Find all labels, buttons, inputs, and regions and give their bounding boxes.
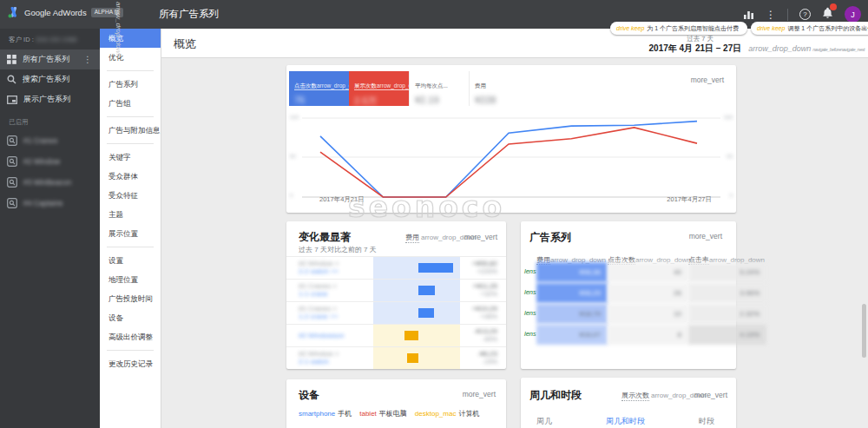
nav-item-ad-schedule[interactable]: 广告投放时间 xyxy=(100,289,161,308)
menu-collapse-icon[interactable]: arrow_drop_down xyxy=(115,2,122,57)
mover-row[interactable]: #1 Cranes >1-1 crane +¥11,25+32% xyxy=(286,279,506,301)
tab-day[interactable]: 周几 xyxy=(536,416,552,427)
sidebar-campaign[interactable]: #3 WinBeacon xyxy=(0,172,100,193)
more-vert-icon[interactable]: more_vert xyxy=(694,391,727,399)
nav-item-advanced-bid-adj[interactable]: 高级出价调整 xyxy=(100,327,161,346)
mover-pct: -40% xyxy=(456,335,497,343)
metric-box-clicks[interactable]: 点击次数arrow_drop_down 76 xyxy=(289,71,349,106)
arrow-drop-down-icon[interactable]: arrow_drop_down xyxy=(748,44,811,53)
chip-device-bids[interactable]: drive keep 调整 1 个广告系列中的设备出价 CL xyxy=(751,22,868,35)
mover-row[interactable]: #2 Window >2-2 watch ++ +¥55,82+220% xyxy=(286,256,506,279)
mover-value: +¥10,29 xyxy=(456,305,497,313)
smartphone-icon: smartphone xyxy=(299,410,335,418)
mover-value: -¥6,23 xyxy=(456,350,497,358)
tab-day-hour[interactable]: 周几和时段 xyxy=(606,416,645,427)
ctr-cell: 4.19% xyxy=(688,325,766,345)
more-vert-icon[interactable]: more_vert xyxy=(464,233,497,241)
help-icon[interactable]: ? xyxy=(799,9,811,20)
nav-item-settings[interactable]: 设置 xyxy=(100,251,161,270)
sidebar-campaign[interactable]: #4 Captains xyxy=(0,193,100,214)
nav-item-change-history[interactable]: 更改历史记录 xyxy=(100,354,161,373)
nav-item-locations[interactable]: 地理位置 xyxy=(100,270,161,289)
card-title: 设备 xyxy=(299,388,319,403)
reports-icon[interactable] xyxy=(743,10,754,20)
legend-label: 手机 xyxy=(338,410,352,418)
table-header: 费用arrow_drop_down 点击次数arrow_drop_down 点击… xyxy=(521,250,766,260)
nav-item-topics[interactable]: 主题 xyxy=(100,205,161,224)
clicks-cell: 8 xyxy=(608,325,688,345)
y-axis-tick-right: 0 xyxy=(730,193,733,198)
mover-row[interactable]: #2 Windowson -¥13,29-40% xyxy=(286,324,506,346)
sidebar-item-all-campaigns[interactable]: 所有广告系列 ⋮ xyxy=(0,49,100,69)
nav-item-demographics[interactable]: 受众特征 xyxy=(100,186,161,205)
chip-smart-bidding[interactable]: drive keep 为 1 个广告系列启用智能点击付费 xyxy=(610,22,747,35)
campaign-table-row[interactable]: lens ¥96,36 40 5.24% xyxy=(521,262,766,282)
nav-item-campaigns[interactable]: 广告系列 xyxy=(100,75,161,94)
metric-box-cost[interactable]: 费用 ¥228 xyxy=(469,71,529,106)
sidebar-campaign[interactable]: #1 Cranes xyxy=(0,130,100,151)
mover-pct: +220% xyxy=(456,267,497,275)
nav-item-opportunities[interactable]: 优化 xyxy=(100,48,161,67)
more-vert-icon[interactable]: ⋮ xyxy=(766,10,776,20)
mover-row[interactable]: #1 Cranes >1-2 crane ++ +¥10,29+46% xyxy=(286,301,506,324)
adwords-logo[interactable]: Google AdWords ALPHA 版 xyxy=(8,7,123,18)
cost-cell: ¥96,36 xyxy=(536,262,608,282)
divider xyxy=(107,143,154,144)
adwords-logo-icon xyxy=(8,7,20,18)
nav-item-devices[interactable]: 设备 xyxy=(100,308,161,327)
search-campaign-icon xyxy=(7,156,17,167)
sidebar-item-label: 搜索广告系列 xyxy=(23,74,69,85)
legend-item-tablet[interactable]: tablet平板电脑 xyxy=(359,409,407,418)
tab-hour[interactable]: 时段 xyxy=(699,416,714,427)
sidebar-campaign[interactable]: #2 Window xyxy=(0,151,100,172)
mover-adgroup-link[interactable]: 2-1 watch xyxy=(299,358,372,365)
grid-icon xyxy=(7,55,16,64)
nav-item-ads-extensions[interactable]: 广告与附加信息 xyxy=(100,121,161,140)
mover-adgroup-link[interactable]: #2 Windowson xyxy=(299,332,372,339)
metric-box-avg-cpc[interactable]: 平均每次点... ¥2.19 xyxy=(409,71,469,106)
nav-item-overview[interactable]: 概览 xyxy=(100,29,161,48)
x-axis-label-end: 2017年4月27日 xyxy=(667,195,712,204)
nav-item-adgroups[interactable]: 广告组 xyxy=(100,94,161,113)
ctr-cell: 2.32% xyxy=(688,304,766,324)
mover-adgroup-link[interactable]: 2-2 watch ++ xyxy=(299,267,372,275)
legend-item-mobile[interactable]: smartphone手机 xyxy=(299,409,352,418)
more-vert-icon[interactable]: more_vert xyxy=(463,390,496,398)
avatar[interactable]: J xyxy=(845,6,861,23)
mover-bar-zone xyxy=(373,347,460,369)
campaign-name: #4 Captains xyxy=(23,199,62,207)
schedule-tabs: 周几 周几和时段 时段 xyxy=(536,416,714,427)
nav-item-keywords[interactable]: 关键字 xyxy=(100,148,161,167)
mover-adgroup-link[interactable]: 1-2 crane ++ xyxy=(299,313,372,320)
more-vert-icon[interactable]: more_vert xyxy=(689,232,722,240)
adwords-app: Google AdWords ALPHA 版 所有广告系列 ⋮ ? J arro… xyxy=(0,0,868,428)
mover-row[interactable]: #2 Window >2-1 watch -¥6,23-19% xyxy=(286,346,506,369)
sidebar-item-display-campaigns[interactable]: 展示广告系列 xyxy=(0,89,100,109)
page-scrollbar[interactable] xyxy=(862,304,866,358)
y-axis-tick-right: 50 xyxy=(727,154,733,159)
sidebar-item-search-campaigns[interactable]: 搜索广告系列 xyxy=(0,69,100,89)
customer-id: 客户 ID : 816-152-1968 xyxy=(0,29,100,49)
metric-value: 2.5万 xyxy=(354,95,404,108)
mover-pct: -19% xyxy=(456,358,497,365)
campaign-table-row[interactable]: lens ¥16,07 8 4.19% xyxy=(521,325,766,345)
more-vert-icon[interactable]: more_vert xyxy=(691,76,724,84)
metric-picker-label: 展示次数 xyxy=(621,391,649,401)
notifications-bell-icon[interactable] xyxy=(822,7,833,23)
device-legend: smartphone手机 tablet平板电脑 desktop_mac计算机 xyxy=(299,409,479,418)
nav-item-audiences[interactable]: 受众群体 xyxy=(100,167,161,186)
nav-item-placements[interactable]: 展示位置 xyxy=(100,224,161,243)
kebab-icon[interactable]: ⋮ xyxy=(83,55,92,64)
campaign-table-row[interactable]: lens ¥96,29 26 3.96% xyxy=(521,283,766,303)
campaign-table-row[interactable]: lens ¥18,79 10 2.32% xyxy=(521,304,766,324)
chip-label: 为 1 个广告系列启用智能点击付费 xyxy=(647,24,739,33)
metric-box-impressions[interactable]: 展示次数arrow_drop_down 2.5万 xyxy=(349,71,409,106)
metric-label: 平均每次点... xyxy=(415,82,448,89)
mover-adgroup-link[interactable]: 1-1 crane xyxy=(299,290,372,298)
mover-bar-zone xyxy=(373,325,460,346)
date-range-picker[interactable]: 2017年 4月 21日 – 27日 arrow_drop_down navig… xyxy=(649,43,865,55)
sidebar-item-label: 所有广告系列 xyxy=(23,54,69,65)
date-nav-icons[interactable]: navigate_beforenavigate_next xyxy=(812,47,865,52)
legend-item-desktop[interactable]: desktop_mac计算机 xyxy=(415,409,480,418)
mover-pct: +32% xyxy=(456,290,497,298)
